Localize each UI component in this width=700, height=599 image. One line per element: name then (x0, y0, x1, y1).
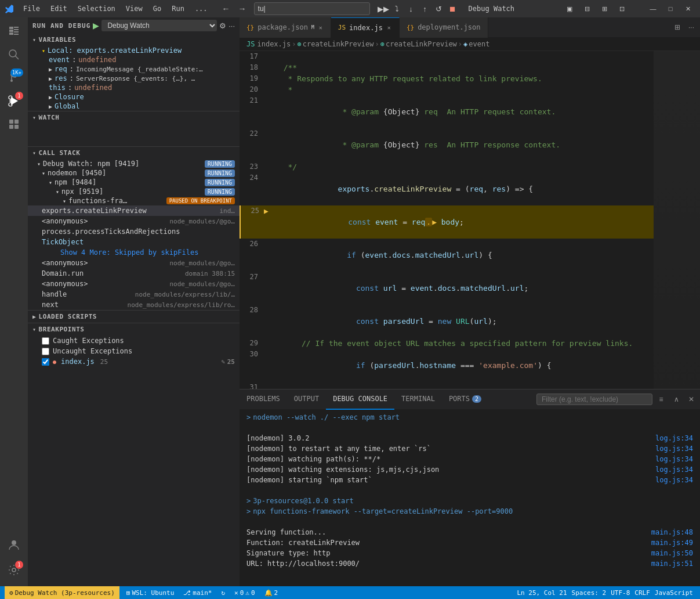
status-errors[interactable]: ✕ 0 ⚠ 0 (232, 586, 257, 599)
var-closure[interactable]: ▶ Closure (28, 92, 240, 102)
panel-tab-debug-console[interactable]: DEBUG CONSOLE (326, 389, 394, 410)
debug-gear-button[interactable]: ⚙ (219, 21, 226, 30)
cs-frame-2[interactable]: process.processTicksAndRejections (28, 226, 240, 237)
activity-debug[interactable]: 1 (2, 89, 26, 113)
status-branch[interactable]: ⎇ main* (181, 586, 214, 599)
breadcrumb-var[interactable]: event (469, 40, 489, 48)
status-line-ending[interactable]: CRLF (632, 586, 652, 599)
callstack-section-header[interactable]: ▾ CALL STACK (28, 147, 240, 159)
bp-indexjs[interactable]: ● index.js 25 ✎ 25 (28, 356, 240, 367)
cs-item-nodemon[interactable]: ▾ nodemon [9450] RUNNING (28, 168, 240, 178)
cs-frame-anon2[interactable]: <anonymous> node_modules/@go… (28, 258, 240, 268)
console-link-7[interactable]: main.js:50 (651, 548, 693, 558)
layout-btn-4[interactable]: ⊡ (614, 2, 629, 16)
step-out-button[interactable]: ↑ (419, 2, 431, 15)
forward-button[interactable]: → (235, 2, 249, 16)
cs-item-functions[interactable]: ▾ functions-fra… PAUSED ON BREAKPOINT (28, 196, 240, 205)
cs-frame-0[interactable]: exports.createLinkPreview ind… (28, 205, 240, 216)
status-remote[interactable]: ⊞ WSL: Ubuntu (124, 586, 176, 599)
cs-frame-next[interactable]: next node_modules/express/lib/ro… (28, 300, 240, 310)
bp-caught-exceptions[interactable]: Caught Exceptions (28, 335, 240, 346)
panel-tab-terminal[interactable]: TERMINAL (394, 389, 442, 410)
activity-search[interactable] (2, 43, 26, 66)
cs-item-npx9519[interactable]: ▾ npx [9519] RUNNING (28, 187, 240, 196)
console-link-4[interactable]: log.js:34 (655, 475, 693, 485)
breadcrumb-fn1[interactable]: createLinkPreview (303, 40, 374, 48)
menu-go[interactable]: Go (148, 3, 166, 14)
menu-run[interactable]: Run (167, 3, 189, 14)
run-debug-button[interactable]: ▶ (93, 21, 99, 30)
watch-section-header[interactable]: ▾ WATCH (28, 111, 240, 124)
menu-selection[interactable]: Selection (73, 3, 120, 14)
console-link-3[interactable]: log.js:34 (655, 464, 693, 475)
breadcrumb-file[interactable]: index.js (257, 40, 291, 48)
console-link-0[interactable]: log.js:34 (655, 433, 693, 443)
status-notifications[interactable]: 🔔 2 (262, 586, 281, 599)
cs-frame-anon3[interactable]: <anonymous> node_modules/@go… (28, 279, 240, 289)
breadcrumb-fn2[interactable]: createLinkPreview (386, 40, 457, 48)
minimize-button[interactable]: — (645, 2, 661, 16)
tab-close-package[interactable]: ✕ (318, 24, 324, 31)
split-editor-button[interactable]: ⊞ (671, 21, 684, 34)
var-res[interactable]: ▶ res : ServerResponse {_events: {…}, _e… (28, 74, 240, 83)
bp-indexjs-checkbox[interactable] (42, 358, 49, 366)
menu-edit[interactable]: Edit (46, 3, 72, 14)
layout-btn-2[interactable]: ⊟ (579, 2, 594, 16)
loaded-scripts-header[interactable]: ▶ LOADED SCRIPTS (28, 311, 240, 323)
bp-uncaught-exceptions[interactable]: Uncaught Exceptions (28, 346, 240, 356)
panel-tab-problems[interactable]: PROBLEMS (240, 389, 287, 410)
panel-list-btn[interactable]: ≡ (655, 393, 668, 406)
show-more-frames[interactable]: Show 4 More: Skipped by skipFiles (28, 247, 240, 258)
step-into-button[interactable]: ↓ (405, 2, 418, 15)
cs-frame-domain[interactable]: Domain.run domain 388:15 (28, 268, 240, 279)
var-global[interactable]: ▶ Global (28, 102, 240, 111)
panel-tab-output[interactable]: OUTPUT (287, 389, 326, 410)
step-over-button[interactable]: ⤵ (391, 2, 404, 15)
layout-btn-3[interactable]: ⊞ (597, 2, 612, 16)
panel-up-btn[interactable]: ∧ (670, 393, 683, 406)
variables-section-header[interactable]: ▾ VARIABLES (28, 34, 240, 46)
var-req[interactable]: ▶ req : IncomingMessage {_readableState:… (28, 64, 240, 74)
panel-filter-input[interactable] (536, 394, 652, 405)
tab-deployment-json[interactable]: {} deployment.json (400, 17, 488, 38)
cs-frame-1[interactable]: <anonymous> node_modules/@go… (28, 216, 240, 226)
layout-btn-1[interactable]: ▣ (562, 2, 577, 16)
bp-edit-icon[interactable]: ✎ (221, 358, 225, 366)
activity-git[interactable]: 1K+ (2, 66, 26, 89)
activity-explorer[interactable] (2, 20, 26, 43)
breakpoints-section-header[interactable]: ▾ BREAKPOINTS (28, 323, 240, 335)
var-local-group[interactable]: ▾ Local: exports.createLinkPreview (28, 46, 240, 55)
bp-caught-checkbox[interactable] (42, 337, 49, 345)
cs-frame-handle[interactable]: handle node_modules/express/lib/… (28, 289, 240, 300)
search-input[interactable] (258, 5, 366, 13)
console-link-5[interactable]: main.js:48 (651, 527, 693, 537)
more-tabs-button[interactable]: ··· (685, 21, 698, 34)
close-button[interactable]: ✕ (680, 2, 695, 16)
stop-button[interactable]: ⏹ (447, 2, 459, 15)
code-editor[interactable]: 17 18 /** 19 * Responds to any HTTP requ… (240, 51, 654, 389)
status-position[interactable]: Ln 25, Col 21 (514, 586, 569, 599)
menu-more[interactable]: ... (190, 3, 212, 14)
search-bar[interactable] (254, 2, 370, 15)
console-link-6[interactable]: main.js:49 (651, 537, 693, 548)
console-link-1[interactable]: log.js:34 (655, 443, 693, 454)
status-debug-session[interactable]: ⚙ Debug Watch (3p-resources) (5, 586, 119, 599)
back-button[interactable]: ← (219, 2, 233, 16)
cs-frame-tickobj[interactable]: TickObject (28, 237, 240, 247)
tab-package-json[interactable]: {} package.json M ✕ (240, 17, 331, 38)
status-language[interactable]: JavaScript (652, 586, 695, 599)
restart-button[interactable]: ↺ (433, 2, 445, 15)
panel-tab-ports[interactable]: PORTS 2 (442, 389, 488, 410)
cs-item-npm9419[interactable]: ▾ Debug Watch: npm [9419] RUNNING (28, 159, 240, 168)
debug-more-button[interactable]: ··· (229, 21, 235, 30)
console-link-2[interactable]: log.js:34 (655, 454, 693, 464)
panel-close-btn[interactable]: ✕ (685, 393, 698, 406)
menu-view[interactable]: View (121, 3, 147, 14)
console-link-8[interactable]: main.js:51 (651, 558, 693, 569)
activity-settings[interactable] (2, 533, 26, 556)
debug-config-select[interactable]: Debug Watch (101, 20, 217, 31)
bp-uncaught-checkbox[interactable] (42, 348, 49, 355)
activity-gear[interactable]: 1 (2, 558, 26, 582)
var-event[interactable]: event : undefined (28, 55, 240, 64)
activity-extensions[interactable] (2, 113, 26, 136)
